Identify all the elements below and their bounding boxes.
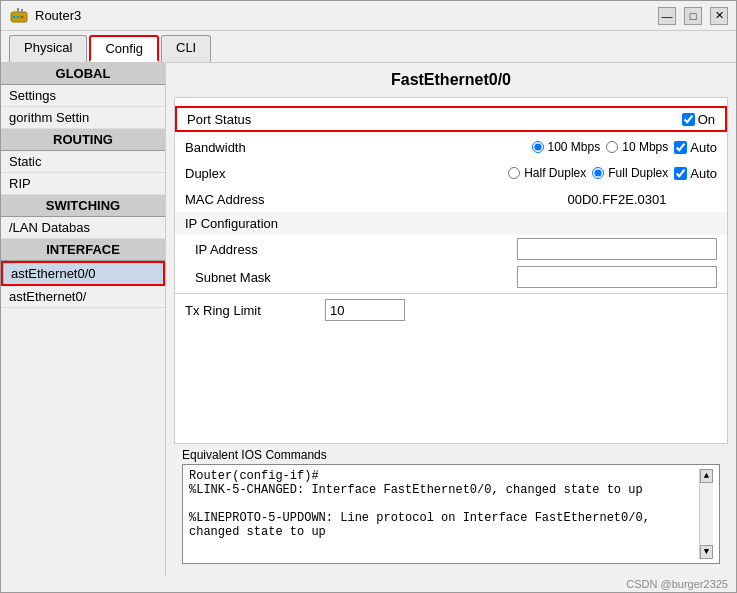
bandwidth-100-radio[interactable] bbox=[532, 141, 544, 153]
router-icon bbox=[9, 6, 29, 26]
bandwidth-100-group: 100 Mbps bbox=[532, 140, 601, 154]
subnet-mask-input[interactable] bbox=[517, 266, 717, 288]
port-status-checkbox-group: On bbox=[682, 112, 715, 127]
tx-ring-limit-row: Tx Ring Limit bbox=[175, 296, 727, 324]
tab-physical[interactable]: Physical bbox=[9, 35, 87, 62]
port-status-label: Port Status bbox=[187, 112, 327, 127]
sidebar-item-fe01[interactable]: astEthernet0/ bbox=[1, 286, 165, 308]
sidebar-header-routing: ROUTING bbox=[1, 129, 165, 151]
title-bar: Router3 — □ ✕ bbox=[1, 1, 736, 31]
subnet-mask-label: Subnet Mask bbox=[185, 270, 325, 285]
duplex-row: Duplex Half Duplex Full Duplex Auto bbox=[175, 160, 727, 186]
terminal-text: Router(config-if)# %LINK-5-CHANGED: Inte… bbox=[189, 469, 699, 559]
ip-config-header: IP Configuration bbox=[175, 212, 727, 235]
terminal-box: Router(config-if)# %LINK-5-CHANGED: Inte… bbox=[182, 464, 720, 564]
terminal-line-1: Router(config-if)# bbox=[189, 469, 699, 483]
subnet-mask-row: Subnet Mask bbox=[175, 263, 727, 291]
svg-rect-4 bbox=[17, 8, 19, 13]
maximize-button[interactable]: □ bbox=[684, 7, 702, 25]
title-bar-left: Router3 bbox=[9, 6, 81, 26]
sidebar-scroll[interactable]: GLOBAL Settings gorithm Settin ROUTING S… bbox=[1, 63, 165, 576]
mac-address-value: 00D0.FF2E.0301 bbox=[517, 192, 717, 207]
main-content: GLOBAL Settings gorithm Settin ROUTING S… bbox=[1, 63, 736, 576]
tab-config[interactable]: Config bbox=[89, 35, 159, 62]
watermark: CSDN @burger2325 bbox=[1, 576, 736, 592]
bandwidth-100-label: 100 Mbps bbox=[548, 140, 601, 154]
mac-address-controls: 00D0.FF2E.0301 bbox=[325, 192, 717, 207]
scrollbar-down-button[interactable]: ▼ bbox=[700, 545, 713, 559]
terminal-line-2: %LINK-5-CHANGED: Interface FastEthernet0… bbox=[189, 483, 699, 497]
sidebar-item-algorithm[interactable]: gorithm Settin bbox=[1, 107, 165, 129]
duplex-auto-group: Auto bbox=[674, 166, 717, 181]
sidebar-item-fe00[interactable]: astEthernet0/0 bbox=[1, 261, 165, 286]
panel-title: FastEthernet0/0 bbox=[174, 71, 728, 89]
scrollbar-up-button[interactable]: ▲ bbox=[700, 469, 713, 483]
bandwidth-controls: 100 Mbps 10 Mbps Auto bbox=[325, 140, 717, 155]
scrollbar-track bbox=[700, 483, 713, 545]
right-panel: FastEthernet0/0 Port Status On Bandwidth bbox=[166, 63, 736, 576]
svg-point-2 bbox=[17, 15, 20, 18]
sidebar: GLOBAL Settings gorithm Settin ROUTING S… bbox=[1, 63, 166, 576]
equiv-label: Equivalent IOS Commands bbox=[182, 448, 720, 462]
ip-address-input[interactable] bbox=[517, 238, 717, 260]
bottom-area: Equivalent IOS Commands Router(config-if… bbox=[174, 444, 728, 568]
bandwidth-10-label: 10 Mbps bbox=[622, 140, 668, 154]
window-title: Router3 bbox=[35, 8, 81, 23]
port-status-value: On bbox=[698, 112, 715, 127]
tx-ring-limit-controls bbox=[325, 299, 717, 321]
bandwidth-row: Bandwidth 100 Mbps 10 Mbps Auto bbox=[175, 134, 727, 160]
svg-point-1 bbox=[13, 15, 16, 18]
duplex-half-group: Half Duplex bbox=[508, 166, 586, 180]
duplex-full-label: Full Duplex bbox=[608, 166, 668, 180]
title-bar-controls: — □ ✕ bbox=[658, 7, 728, 25]
ip-address-row: IP Address bbox=[175, 235, 727, 263]
svg-rect-5 bbox=[21, 9, 23, 13]
terminal-line-5: changed state to up bbox=[189, 525, 699, 539]
terminal-line-4: %LINEPROTO-5-UPDOWN: Line protocol on In… bbox=[189, 511, 699, 525]
bandwidth-10-radio[interactable] bbox=[606, 141, 618, 153]
bandwidth-auto-group: Auto bbox=[674, 140, 717, 155]
bandwidth-auto-checkbox[interactable] bbox=[674, 141, 687, 154]
bandwidth-label: Bandwidth bbox=[185, 140, 325, 155]
sidebar-item-rip[interactable]: RIP bbox=[1, 173, 165, 195]
duplex-controls: Half Duplex Full Duplex Auto bbox=[325, 166, 717, 181]
duplex-label: Duplex bbox=[185, 166, 325, 181]
port-status-controls: On bbox=[327, 112, 715, 127]
main-window: Router3 — □ ✕ Physical Config CLI GLOBAL… bbox=[0, 0, 737, 593]
config-area: Port Status On Bandwidth 100 Mbp bbox=[174, 97, 728, 444]
mac-address-label: MAC Address bbox=[185, 192, 325, 207]
sidebar-item-static[interactable]: Static bbox=[1, 151, 165, 173]
port-status-checkbox[interactable] bbox=[682, 113, 695, 126]
ip-address-label: IP Address bbox=[185, 242, 325, 257]
sidebar-header-switching: SWITCHING bbox=[1, 195, 165, 217]
bandwidth-auto-label: Auto bbox=[690, 140, 717, 155]
duplex-auto-checkbox[interactable] bbox=[674, 167, 687, 180]
sidebar-header-global: GLOBAL bbox=[1, 63, 165, 85]
duplex-half-label: Half Duplex bbox=[524, 166, 586, 180]
tab-bar: Physical Config CLI bbox=[1, 31, 736, 63]
close-button[interactable]: ✕ bbox=[710, 7, 728, 25]
terminal-line-3 bbox=[189, 497, 699, 511]
ip-address-controls bbox=[325, 238, 717, 260]
duplex-auto-label: Auto bbox=[690, 166, 717, 181]
svg-point-3 bbox=[21, 15, 24, 18]
sidebar-header-interface: INTERFACE bbox=[1, 239, 165, 261]
port-status-row: Port Status On bbox=[175, 106, 727, 132]
mac-address-row: MAC Address 00D0.FF2E.0301 bbox=[175, 186, 727, 212]
tab-cli[interactable]: CLI bbox=[161, 35, 211, 62]
tx-ring-limit-input[interactable] bbox=[325, 299, 405, 321]
duplex-half-radio[interactable] bbox=[508, 167, 520, 179]
tx-ring-limit-label: Tx Ring Limit bbox=[185, 303, 325, 318]
sidebar-item-settings[interactable]: Settings bbox=[1, 85, 165, 107]
sidebar-item-vlan-db[interactable]: /LAN Databas bbox=[1, 217, 165, 239]
subnet-mask-controls bbox=[325, 266, 717, 288]
duplex-full-group: Full Duplex bbox=[592, 166, 668, 180]
minimize-button[interactable]: — bbox=[658, 7, 676, 25]
duplex-full-radio[interactable] bbox=[592, 167, 604, 179]
bandwidth-10-group: 10 Mbps bbox=[606, 140, 668, 154]
terminal-scrollbar: ▲ ▼ bbox=[699, 469, 713, 559]
